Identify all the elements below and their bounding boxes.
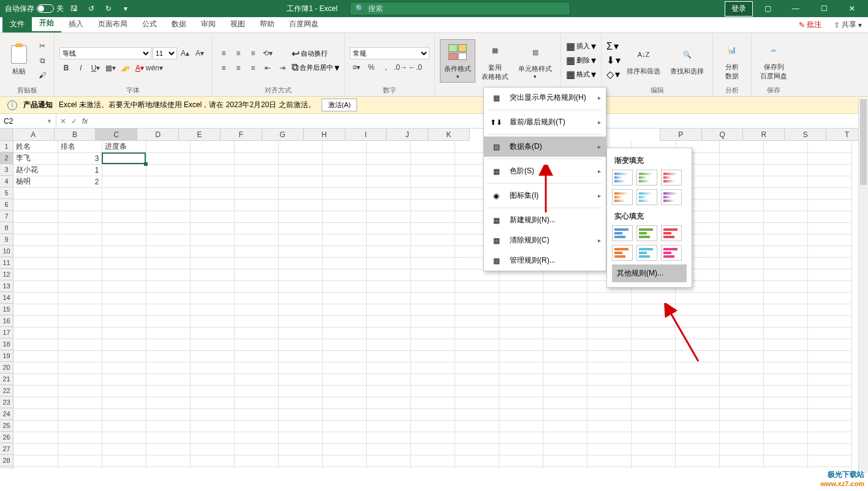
menu-new-rule[interactable]: ▦ 新建规则(N)... <box>484 210 606 230</box>
col-header[interactable]: A <box>13 129 55 141</box>
tab-layout[interactable]: 页面布局 <box>91 16 135 32</box>
save-icon[interactable]: 🖫 <box>67 2 81 15</box>
row-header[interactable]: 18 <box>0 339 13 350</box>
cut-icon[interactable]: ✂ <box>36 39 49 53</box>
clear-button[interactable]: ◇▾ <box>606 69 620 80</box>
menu-top-bottom-rules[interactable]: ⬆⬇ 最前/最后规则(T)▸ <box>484 112 606 132</box>
row-header[interactable]: 28 <box>0 455 13 467</box>
row-header[interactable]: 11 <box>0 257 13 269</box>
increase-font-icon[interactable]: A▴ <box>178 47 192 60</box>
col-header[interactable]: P <box>660 129 702 141</box>
cell[interactable]: 3 <box>58 152 102 164</box>
row-header[interactable]: 1 <box>0 141 13 152</box>
sort-filter-button[interactable]: A↓Z 排序和筛选 <box>623 42 664 78</box>
cancel-formula-icon[interactable]: ✕ <box>60 117 66 126</box>
align-left-icon[interactable]: ≡ <box>217 61 230 75</box>
row-header[interactable]: 29 <box>0 467 13 469</box>
row-header[interactable]: 8 <box>0 222 13 234</box>
phonetic-icon[interactable]: wén▾ <box>148 61 161 75</box>
col-header[interactable]: B <box>55 129 96 141</box>
align-top-icon[interactable]: ≡ <box>217 47 230 60</box>
row-header[interactable]: 7 <box>0 211 13 222</box>
databar-solid-blue[interactable] <box>612 225 633 241</box>
number-format-select[interactable]: 常规 <box>350 47 429 59</box>
row-header[interactable]: 26 <box>0 432 13 443</box>
row-header[interactable]: 24 <box>0 408 13 420</box>
scrollbar-thumb[interactable] <box>860 99 867 185</box>
row-header[interactable]: 20 <box>0 362 13 373</box>
databar-gradient-orange[interactable] <box>612 189 633 205</box>
menu-color-scales[interactable]: ▦ 色阶(S)▸ <box>484 161 606 181</box>
cell[interactable]: 赵小花 <box>13 164 58 176</box>
col-header[interactable]: G <box>262 129 304 141</box>
conditional-formatting-button[interactable]: 条件格式 ▾ <box>440 39 475 83</box>
cell[interactable]: 排名 <box>58 141 102 152</box>
col-header[interactable]: F <box>221 129 262 141</box>
decrease-decimal-icon[interactable]: ←.0 <box>409 61 422 74</box>
align-right-icon[interactable]: ≡ <box>246 61 260 75</box>
align-middle-icon[interactable]: ≡ <box>232 47 245 60</box>
tab-home[interactable]: 开始 <box>32 15 61 32</box>
worksheet-grid[interactable]: A B C D E F G H I J K P Q R S T 1 2 3 4 … <box>0 129 868 469</box>
row-header[interactable]: 12 <box>0 269 13 280</box>
row-header[interactable]: 10 <box>0 246 13 257</box>
databar-gradient-red[interactable] <box>661 170 682 186</box>
font-color-icon[interactable]: A▾ <box>133 61 146 75</box>
tab-insert[interactable]: 插入 <box>61 16 91 32</box>
fill-color-icon[interactable]: ◢▾ <box>118 61 132 75</box>
merge-center-button[interactable]: ⧉合并后居中▾ <box>292 62 339 73</box>
search-box[interactable]: 🔍 搜索 <box>350 2 570 15</box>
col-header[interactable]: Q <box>702 129 744 141</box>
row-header[interactable]: 9 <box>0 234 13 246</box>
tab-file[interactable]: 文件 <box>2 16 32 32</box>
cell-selected[interactable] <box>102 152 146 164</box>
menu-icon-sets[interactable]: ◉ 图标集(I)▸ <box>484 186 606 206</box>
more-rules-button[interactable]: 其他规则(M)... <box>612 264 687 282</box>
select-all-corner[interactable] <box>0 129 13 141</box>
row-header[interactable]: 21 <box>0 373 13 385</box>
databar-gradient-cyan[interactable] <box>636 189 657 205</box>
find-select-button[interactable]: 🔍 查找和选择 <box>666 42 708 78</box>
row-header[interactable]: 23 <box>0 397 13 408</box>
redo-icon[interactable]: ↻ <box>102 2 115 15</box>
activate-button[interactable]: 激活(A) <box>322 99 358 111</box>
minimize-icon[interactable]: — <box>782 0 809 17</box>
copy-icon[interactable]: ⧉ <box>36 54 49 67</box>
col-header[interactable]: E <box>179 129 221 141</box>
fill-handle[interactable] <box>144 162 148 166</box>
col-header[interactable]: S <box>785 129 826 141</box>
row-header[interactable]: 17 <box>0 327 13 339</box>
wrap-text-button[interactable]: ↩自动换行 <box>292 48 328 59</box>
font-size-select[interactable]: 11 <box>153 47 177 59</box>
col-header[interactable]: R <box>743 129 785 141</box>
cell[interactable]: 进度条 <box>102 141 146 152</box>
format-painter-icon[interactable]: 🖌 <box>36 69 49 82</box>
databar-solid-orange[interactable] <box>612 245 633 261</box>
row-header[interactable]: 4 <box>0 176 13 187</box>
enter-formula-icon[interactable]: ✓ <box>71 117 77 126</box>
outdent-icon[interactable]: ⇤ <box>261 61 274 75</box>
row-header[interactable]: 16 <box>0 315 13 327</box>
row-header[interactable]: 25 <box>0 420 13 432</box>
tab-data[interactable]: 数据 <box>164 16 194 32</box>
paste-button[interactable]: 粘贴 <box>5 42 33 78</box>
row-header[interactable]: 14 <box>0 292 13 304</box>
align-bottom-icon[interactable]: ≡ <box>246 47 260 60</box>
databar-solid-pink[interactable] <box>661 245 682 261</box>
comments-button[interactable]: ✎批注 <box>793 17 828 32</box>
databar-gradient-purple[interactable] <box>661 189 682 205</box>
comma-icon[interactable]: , <box>379 61 393 74</box>
align-center-icon[interactable]: ≡ <box>232 61 245 75</box>
login-button[interactable]: 登录 <box>725 1 753 17</box>
databar-solid-cyan[interactable] <box>636 245 657 261</box>
row-header[interactable]: 15 <box>0 304 13 315</box>
orientation-icon[interactable]: ⟲▾ <box>261 47 274 60</box>
databar-solid-green[interactable] <box>636 225 657 241</box>
format-as-table-button[interactable]: ▦ 套用 表格格式 <box>478 39 512 84</box>
menu-clear-rules[interactable]: ▦ 清除规则(C)▸ <box>484 230 606 250</box>
cell[interactable]: 李飞 <box>13 152 58 164</box>
percent-icon[interactable]: % <box>364 61 378 74</box>
menu-data-bars[interactable]: ▤ 数据条(D)▸ <box>484 137 606 157</box>
increase-decimal-icon[interactable]: .0→ <box>394 61 407 74</box>
ribbon-display-icon[interactable]: ▢ <box>754 0 781 17</box>
